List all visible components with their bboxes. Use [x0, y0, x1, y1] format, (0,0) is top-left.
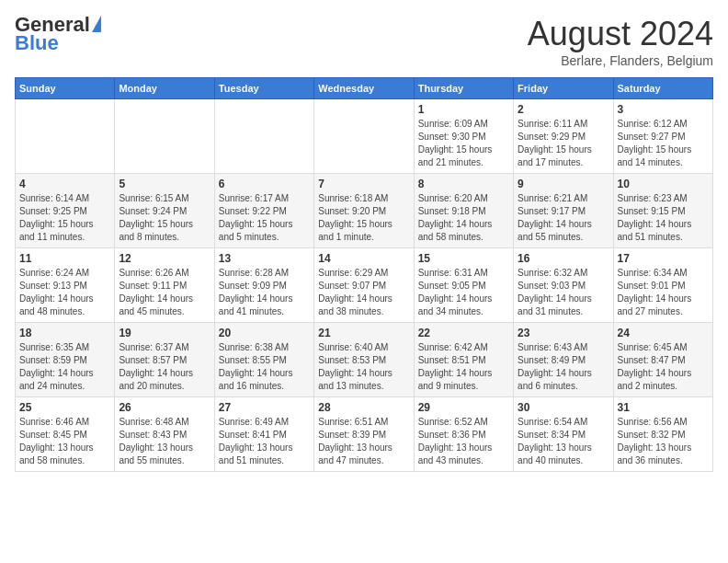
calendar-cell-week2-day4: 8Sunrise: 6:20 AM Sunset: 9:18 PM Daylig… [414, 174, 513, 248]
day-number: 14 [318, 252, 409, 265]
weekday-header-sunday: Sunday [16, 78, 115, 99]
day-info: Sunrise: 6:15 AM Sunset: 9:24 PM Dayligh… [119, 192, 210, 244]
calendar-cell-week2-day2: 6Sunrise: 6:17 AM Sunset: 9:22 PM Daylig… [214, 174, 313, 248]
calendar-cell-week4-day5: 23Sunrise: 6:43 AM Sunset: 8:49 PM Dayli… [514, 323, 613, 397]
calendar-cell-week4-day4: 22Sunrise: 6:42 AM Sunset: 8:51 PM Dayli… [414, 323, 513, 397]
calendar-week-3: 11Sunrise: 6:24 AM Sunset: 9:13 PM Dayli… [16, 248, 713, 323]
calendar-cell-week5-day5: 30Sunrise: 6:54 AM Sunset: 8:34 PM Dayli… [514, 397, 613, 472]
calendar-cell-week2-day3: 7Sunrise: 6:18 AM Sunset: 9:20 PM Daylig… [314, 174, 414, 248]
day-number: 7 [318, 178, 409, 190]
calendar-week-5: 25Sunrise: 6:46 AM Sunset: 8:45 PM Dayli… [16, 397, 713, 472]
calendar-cell-week5-day0: 25Sunrise: 6:46 AM Sunset: 8:45 PM Dayli… [16, 397, 115, 472]
day-info: Sunrise: 6:52 AM Sunset: 8:36 PM Dayligh… [418, 416, 509, 467]
day-info: Sunrise: 6:40 AM Sunset: 8:53 PM Dayligh… [318, 341, 409, 393]
location: Berlare, Flanders, Belgium [528, 53, 713, 68]
day-number: 27 [219, 401, 310, 414]
day-info: Sunrise: 6:38 AM Sunset: 8:55 PM Dayligh… [219, 341, 310, 393]
calendar-cell-week2-day1: 5Sunrise: 6:15 AM Sunset: 9:24 PM Daylig… [115, 174, 214, 248]
day-number: 2 [518, 103, 609, 116]
day-info: Sunrise: 6:17 AM Sunset: 9:22 PM Dayligh… [219, 192, 310, 244]
calendar-cell-week3-day6: 17Sunrise: 6:34 AM Sunset: 9:01 PM Dayli… [613, 248, 712, 323]
weekday-header-tuesday: Tuesday [214, 78, 313, 99]
calendar-table: SundayMondayTuesdayWednesdayThursdayFrid… [15, 77, 713, 472]
logo-blue: Blue [15, 33, 59, 53]
day-info: Sunrise: 6:37 AM Sunset: 8:57 PM Dayligh… [119, 341, 210, 393]
calendar-cell-week2-day5: 9Sunrise: 6:21 AM Sunset: 9:17 PM Daylig… [514, 174, 613, 248]
calendar-cell-week4-day2: 20Sunrise: 6:38 AM Sunset: 8:55 PM Dayli… [214, 323, 313, 397]
day-number: 3 [618, 103, 709, 116]
day-number: 13 [219, 252, 310, 265]
day-number: 23 [518, 327, 609, 339]
weekday-header-friday: Friday [514, 78, 613, 99]
day-info: Sunrise: 6:46 AM Sunset: 8:45 PM Dayligh… [19, 416, 110, 467]
day-info: Sunrise: 6:26 AM Sunset: 9:11 PM Dayligh… [119, 267, 210, 318]
calendar-cell-week4-day0: 18Sunrise: 6:35 AM Sunset: 8:59 PM Dayli… [16, 323, 115, 397]
calendar-cell-week3-day2: 13Sunrise: 6:28 AM Sunset: 9:09 PM Dayli… [214, 248, 313, 323]
day-number: 11 [19, 252, 110, 265]
calendar-cell-week5-day2: 27Sunrise: 6:49 AM Sunset: 8:41 PM Dayli… [214, 397, 313, 472]
title-area: August 2024 Berlare, Flanders, Belgium [528, 15, 713, 68]
calendar-cell-week5-day6: 31Sunrise: 6:56 AM Sunset: 8:32 PM Dayli… [613, 397, 712, 472]
calendar-cell-week5-day4: 29Sunrise: 6:52 AM Sunset: 8:36 PM Dayli… [414, 397, 513, 472]
calendar-cell-week3-day3: 14Sunrise: 6:29 AM Sunset: 9:07 PM Dayli… [314, 248, 414, 323]
day-info: Sunrise: 6:49 AM Sunset: 8:41 PM Dayligh… [219, 416, 310, 467]
calendar-cell-week5-day1: 26Sunrise: 6:48 AM Sunset: 8:43 PM Dayli… [115, 397, 214, 472]
calendar-cell-week3-day1: 12Sunrise: 6:26 AM Sunset: 9:11 PM Dayli… [115, 248, 214, 323]
day-number: 16 [518, 252, 609, 265]
calendar-week-2: 4Sunrise: 6:14 AM Sunset: 9:25 PM Daylig… [16, 174, 713, 248]
day-number: 25 [19, 401, 110, 414]
month-title: August 2024 [528, 15, 713, 53]
day-info: Sunrise: 6:28 AM Sunset: 9:09 PM Dayligh… [219, 267, 310, 318]
day-info: Sunrise: 6:31 AM Sunset: 9:05 PM Dayligh… [418, 267, 509, 318]
calendar-cell-week2-day0: 4Sunrise: 6:14 AM Sunset: 9:25 PM Daylig… [16, 174, 115, 248]
day-info: Sunrise: 6:21 AM Sunset: 9:17 PM Dayligh… [518, 192, 609, 244]
calendar-week-4: 18Sunrise: 6:35 AM Sunset: 8:59 PM Dayli… [16, 323, 713, 397]
weekday-header-wednesday: Wednesday [314, 78, 414, 99]
day-info: Sunrise: 6:32 AM Sunset: 9:03 PM Dayligh… [518, 267, 609, 318]
day-info: Sunrise: 6:12 AM Sunset: 9:27 PM Dayligh… [618, 118, 709, 169]
calendar-cell-week4-day1: 19Sunrise: 6:37 AM Sunset: 8:57 PM Dayli… [115, 323, 214, 397]
day-number: 29 [418, 401, 509, 414]
day-number: 18 [19, 327, 110, 339]
day-number: 1 [418, 103, 509, 116]
calendar-cell-week5-day3: 28Sunrise: 6:51 AM Sunset: 8:39 PM Dayli… [314, 397, 414, 472]
calendar-cell-week4-day3: 21Sunrise: 6:40 AM Sunset: 8:53 PM Dayli… [314, 323, 414, 397]
calendar-cell-week1-day3 [314, 99, 414, 174]
day-info: Sunrise: 6:54 AM Sunset: 8:34 PM Dayligh… [518, 416, 609, 467]
day-number: 6 [219, 178, 310, 190]
day-number: 5 [119, 178, 210, 190]
logo-triangle-icon [92, 16, 101, 32]
day-number: 28 [318, 401, 409, 414]
calendar-cell-week1-day6: 3Sunrise: 6:12 AM Sunset: 9:27 PM Daylig… [613, 99, 712, 174]
calendar-cell-week1-day0 [16, 99, 115, 174]
weekday-header-monday: Monday [115, 78, 214, 99]
day-number: 26 [119, 401, 210, 414]
calendar-cell-week3-day5: 16Sunrise: 6:32 AM Sunset: 9:03 PM Dayli… [514, 248, 613, 323]
calendar-cell-week3-day4: 15Sunrise: 6:31 AM Sunset: 9:05 PM Dayli… [414, 248, 513, 323]
weekday-header-thursday: Thursday [414, 78, 513, 99]
day-number: 24 [618, 327, 709, 339]
day-info: Sunrise: 6:34 AM Sunset: 9:01 PM Dayligh… [618, 267, 709, 318]
day-info: Sunrise: 6:43 AM Sunset: 8:49 PM Dayligh… [518, 341, 609, 393]
day-number: 4 [19, 178, 110, 190]
day-info: Sunrise: 6:42 AM Sunset: 8:51 PM Dayligh… [418, 341, 509, 393]
day-info: Sunrise: 6:14 AM Sunset: 9:25 PM Dayligh… [19, 192, 110, 244]
day-info: Sunrise: 6:11 AM Sunset: 9:29 PM Dayligh… [518, 118, 609, 169]
calendar-week-1: 1Sunrise: 6:09 AM Sunset: 9:30 PM Daylig… [16, 99, 713, 174]
day-number: 30 [518, 401, 609, 414]
calendar-cell-week1-day2 [214, 99, 313, 174]
day-info: Sunrise: 6:48 AM Sunset: 8:43 PM Dayligh… [119, 416, 210, 467]
day-info: Sunrise: 6:29 AM Sunset: 9:07 PM Dayligh… [318, 267, 409, 318]
page-header: General Blue August 2024 Berlare, Flande… [15, 15, 713, 68]
weekday-header-row: SundayMondayTuesdayWednesdayThursdayFrid… [16, 78, 713, 99]
day-number: 22 [418, 327, 509, 339]
day-number: 21 [318, 327, 409, 339]
calendar-cell-week4-day6: 24Sunrise: 6:45 AM Sunset: 8:47 PM Dayli… [613, 323, 712, 397]
day-info: Sunrise: 6:18 AM Sunset: 9:20 PM Dayligh… [318, 192, 409, 244]
day-info: Sunrise: 6:35 AM Sunset: 8:59 PM Dayligh… [19, 341, 110, 393]
day-number: 12 [119, 252, 210, 265]
weekday-header-saturday: Saturday [613, 78, 712, 99]
day-number: 31 [618, 401, 709, 414]
calendar-cell-week1-day5: 2Sunrise: 6:11 AM Sunset: 9:29 PM Daylig… [514, 99, 613, 174]
logo: General Blue [15, 15, 101, 53]
